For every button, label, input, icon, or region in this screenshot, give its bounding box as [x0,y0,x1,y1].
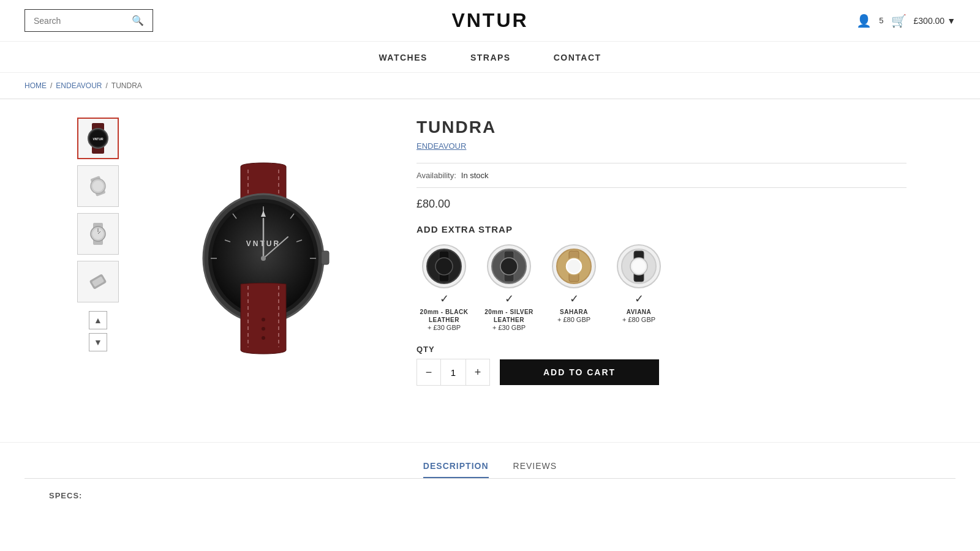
main-product-image: VNTUR [147,118,380,399]
strap-img-sahara [552,244,596,288]
strap-img-black-leather [422,244,466,288]
product-section: VNTUR ▲ ▼ [0,99,980,418]
specs-label: SPECS: [24,479,956,500]
availability-row: Availability: In stock [417,163,907,188]
breadcrumb-home[interactable]: HOME [24,81,47,90]
search-icon[interactable]: 🔍 [132,15,144,26]
qty-increase-button[interactable]: + [466,359,489,385]
breadcrumb-sep2: / [105,81,107,90]
thumb-prev-button[interactable]: ▲ [89,311,107,329]
thumb4-img [80,263,116,300]
header: 🔍 VNTUR 👤 5 🛒 £300.00 ▼ [0,0,980,42]
strap-name-aviana: AVIANA [627,308,652,316]
strap-price-aviana: + £80 GBP [622,316,655,323]
svg-point-53 [632,260,646,273]
svg-text:VNTUR: VNTUR [92,137,104,141]
thumbnail-nav: ▲ ▼ [89,311,107,351]
search-input[interactable] [34,16,132,26]
tabs: DESCRIPTION REVIEWS [24,461,956,479]
strap-check-sahara: ✓ [570,292,579,305]
nav-item-straps[interactable]: STRAPS [470,53,511,62]
qty-controls: − + [417,359,490,386]
breadcrumb-current: TUNDRA [111,81,142,90]
strap-img-aviana [617,244,661,288]
thumb1-img: VNTUR [80,120,116,157]
add-to-cart-button[interactable]: ADD TO CART [500,359,659,385]
breadcrumb-category[interactable]: ENDEAVOUR [56,81,102,90]
thumb-next-button[interactable]: ▼ [89,333,107,351]
qty-input[interactable] [440,359,466,385]
main-nav: WATCHES STRAPS CONTACT [0,42,980,73]
product-title: TUNDRA [417,118,907,137]
breadcrumb: HOME / ENDEAVOUR / TUNDRA [0,73,980,99]
cart-count: 5 [879,16,883,25]
strap-img-silver-leather [487,244,531,288]
svg-point-45 [500,258,518,275]
extra-strap-heading: ADD EXTRA STRAP [417,224,907,234]
tab-reviews[interactable]: REVIEWS [513,461,557,478]
qty-section: QTY − + ADD TO CART [417,345,907,386]
thumbnail-list: VNTUR ▲ ▼ [74,118,123,399]
tab-description[interactable]: DESCRIPTION [423,461,489,478]
site-logo[interactable]: VNTUR [451,9,528,32]
qty-cart-row: − + ADD TO CART [417,359,907,386]
strap-name-silver: 20mm - SILVER LEATHER [481,308,537,324]
svg-point-42 [435,258,453,275]
header-right: 👤 5 🛒 £300.00 ▼ [856,13,956,28]
strap-option-silver-leather[interactable]: ✓ 20mm - SILVER LEATHER + £30 GBP [481,244,537,331]
thumbnail-3[interactable] [77,213,119,255]
thumbnail-1[interactable]: VNTUR [77,118,119,159]
svg-rect-18 [322,251,329,264]
qty-decrease-button[interactable]: − [417,359,440,385]
strap-price-black: + £30 GBP [428,324,461,331]
product-brand-link[interactable]: ENDEAVOUR [417,141,466,151]
strap-option-aviana[interactable]: ✓ AVIANA + £80 GBP [611,244,666,331]
svg-point-37 [262,318,265,321]
strap-price-sahara: + £80 GBP [557,316,590,323]
cart-icon[interactable]: 🛒 [891,13,907,28]
nav-item-contact[interactable]: CONTACT [554,53,601,62]
strap-check-silver: ✓ [505,292,514,305]
thumb2-img [80,168,116,204]
svg-point-39 [262,336,265,340]
breadcrumb-sep1: / [50,81,52,90]
strap-price-silver: + £30 GBP [492,324,526,331]
svg-point-34 [261,256,266,261]
svg-point-7 [92,181,104,192]
user-icon[interactable]: 👤 [856,13,872,28]
strap-check-aviana: ✓ [635,292,644,305]
svg-point-49 [567,260,581,273]
thumbnail-2[interactable] [77,165,119,207]
thumbnail-4[interactable] [77,261,119,302]
strap-name-black: 20mm - BLACK LEATHER [417,308,472,324]
availability-label: Availability: [417,171,456,180]
availability-value: In stock [461,171,489,180]
nav-item-watches[interactable]: WATCHES [379,53,427,62]
product-price: £80.00 [417,198,907,211]
strap-name-sahara: SAHARA [560,308,588,316]
thumb3-img [80,216,116,252]
currency-selector[interactable]: £300.00 ▼ [914,16,956,26]
search-box: 🔍 [24,9,153,32]
watch-svg: VNTUR [168,118,358,399]
tabs-section: DESCRIPTION REVIEWS SPECS: [0,442,980,500]
strap-check-black: ✓ [440,292,449,305]
strap-options: ✓ 20mm - BLACK LEATHER + £30 GBP ✓ 20mm … [417,244,907,331]
svg-point-38 [262,327,265,331]
strap-option-black-leather[interactable]: ✓ 20mm - BLACK LEATHER + £30 GBP [417,244,472,331]
strap-option-sahara[interactable]: ✓ SAHARA + £80 GBP [546,244,601,331]
product-details: TUNDRA ENDEAVOUR Availability: In stock … [404,118,907,399]
qty-label: QTY [417,345,907,354]
chevron-down-icon: ▼ [947,16,956,26]
